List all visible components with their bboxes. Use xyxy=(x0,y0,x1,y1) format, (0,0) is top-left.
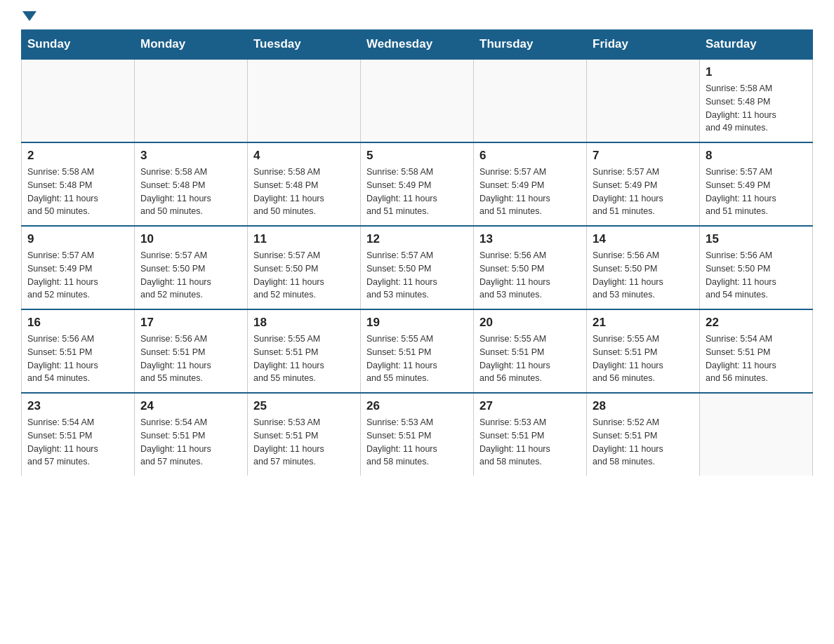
day-info: Sunrise: 5:58 AM Sunset: 5:49 PM Dayligh… xyxy=(366,166,468,218)
day-number: 5 xyxy=(366,149,468,163)
day-number: 11 xyxy=(253,232,355,246)
calendar-cell: 11Sunrise: 5:57 AM Sunset: 5:50 PM Dayli… xyxy=(248,226,361,309)
calendar-cell: 2Sunrise: 5:58 AM Sunset: 5:48 PM Daylig… xyxy=(22,142,135,226)
calendar-cell: 1Sunrise: 5:58 AM Sunset: 5:48 PM Daylig… xyxy=(700,59,813,142)
day-number: 6 xyxy=(479,149,581,163)
calendar-cell: 18Sunrise: 5:55 AM Sunset: 5:51 PM Dayli… xyxy=(248,309,361,393)
calendar-header-row: SundayMondayTuesdayWednesdayThursdayFrid… xyxy=(22,30,813,60)
calendar-cell: 6Sunrise: 5:57 AM Sunset: 5:49 PM Daylig… xyxy=(474,142,587,226)
day-header-friday: Friday xyxy=(587,30,700,60)
day-info: Sunrise: 5:54 AM Sunset: 5:51 PM Dayligh… xyxy=(706,333,807,385)
calendar-table: SundayMondayTuesdayWednesdayThursdayFrid… xyxy=(21,29,813,476)
calendar-cell: 12Sunrise: 5:57 AM Sunset: 5:50 PM Dayli… xyxy=(361,226,474,309)
day-info: Sunrise: 5:57 AM Sunset: 5:50 PM Dayligh… xyxy=(253,249,355,302)
day-number: 23 xyxy=(27,399,128,413)
calendar-week-row: 16Sunrise: 5:56 AM Sunset: 5:51 PM Dayli… xyxy=(22,309,813,393)
day-number: 1 xyxy=(706,65,807,79)
day-info: Sunrise: 5:57 AM Sunset: 5:50 PM Dayligh… xyxy=(366,249,468,302)
calendar-week-row: 2Sunrise: 5:58 AM Sunset: 5:48 PM Daylig… xyxy=(22,142,813,226)
day-info: Sunrise: 5:54 AM Sunset: 5:51 PM Dayligh… xyxy=(140,416,241,469)
day-info: Sunrise: 5:53 AM Sunset: 5:51 PM Dayligh… xyxy=(479,416,581,469)
day-number: 14 xyxy=(593,232,694,246)
day-header-tuesday: Tuesday xyxy=(248,30,361,60)
day-info: Sunrise: 5:55 AM Sunset: 5:51 PM Dayligh… xyxy=(253,333,355,385)
day-info: Sunrise: 5:54 AM Sunset: 5:51 PM Dayligh… xyxy=(27,416,128,469)
day-number: 3 xyxy=(140,149,241,163)
logo-triangle-icon xyxy=(22,11,37,21)
day-info: Sunrise: 5:56 AM Sunset: 5:50 PM Dayligh… xyxy=(593,249,694,302)
day-header-wednesday: Wednesday xyxy=(361,30,474,60)
day-header-saturday: Saturday xyxy=(700,30,813,60)
day-number: 24 xyxy=(140,399,241,413)
calendar-cell: 15Sunrise: 5:56 AM Sunset: 5:50 PM Dayli… xyxy=(700,226,813,309)
calendar-cell: 20Sunrise: 5:55 AM Sunset: 5:51 PM Dayli… xyxy=(474,309,587,393)
day-number: 4 xyxy=(253,149,355,163)
calendar-cell: 28Sunrise: 5:52 AM Sunset: 5:51 PM Dayli… xyxy=(587,393,700,476)
calendar-cell: 13Sunrise: 5:56 AM Sunset: 5:50 PM Dayli… xyxy=(474,226,587,309)
day-number: 12 xyxy=(366,232,468,246)
calendar-cell: 24Sunrise: 5:54 AM Sunset: 5:51 PM Dayli… xyxy=(135,393,248,476)
calendar-week-row: 23Sunrise: 5:54 AM Sunset: 5:51 PM Dayli… xyxy=(22,393,813,476)
calendar-week-row: 1Sunrise: 5:58 AM Sunset: 5:48 PM Daylig… xyxy=(22,59,813,142)
calendar-cell xyxy=(248,59,361,142)
calendar-cell: 27Sunrise: 5:53 AM Sunset: 5:51 PM Dayli… xyxy=(474,393,587,476)
day-number: 8 xyxy=(706,149,807,163)
day-info: Sunrise: 5:56 AM Sunset: 5:51 PM Dayligh… xyxy=(140,333,241,385)
calendar-cell: 8Sunrise: 5:57 AM Sunset: 5:49 PM Daylig… xyxy=(700,142,813,226)
day-info: Sunrise: 5:56 AM Sunset: 5:50 PM Dayligh… xyxy=(479,249,581,302)
day-info: Sunrise: 5:53 AM Sunset: 5:51 PM Dayligh… xyxy=(253,416,355,469)
calendar-cell xyxy=(22,59,135,142)
day-info: Sunrise: 5:58 AM Sunset: 5:48 PM Dayligh… xyxy=(253,166,355,218)
day-info: Sunrise: 5:55 AM Sunset: 5:51 PM Dayligh… xyxy=(366,333,468,385)
day-number: 26 xyxy=(366,399,468,413)
calendar-cell: 23Sunrise: 5:54 AM Sunset: 5:51 PM Dayli… xyxy=(22,393,135,476)
day-number: 27 xyxy=(479,399,581,413)
calendar-cell xyxy=(474,59,587,142)
day-number: 13 xyxy=(479,232,581,246)
calendar-cell: 21Sunrise: 5:55 AM Sunset: 5:51 PM Dayli… xyxy=(587,309,700,393)
calendar-cell: 9Sunrise: 5:57 AM Sunset: 5:49 PM Daylig… xyxy=(22,226,135,309)
day-number: 19 xyxy=(366,316,468,330)
day-info: Sunrise: 5:56 AM Sunset: 5:51 PM Dayligh… xyxy=(27,333,128,385)
day-number: 7 xyxy=(593,149,694,163)
page-header xyxy=(21,14,813,22)
day-info: Sunrise: 5:56 AM Sunset: 5:50 PM Dayligh… xyxy=(706,249,807,302)
logo xyxy=(21,14,37,22)
calendar-cell: 17Sunrise: 5:56 AM Sunset: 5:51 PM Dayli… xyxy=(135,309,248,393)
day-number: 15 xyxy=(706,232,807,246)
day-header-monday: Monday xyxy=(135,30,248,60)
day-info: Sunrise: 5:55 AM Sunset: 5:51 PM Dayligh… xyxy=(593,333,694,385)
day-info: Sunrise: 5:58 AM Sunset: 5:48 PM Dayligh… xyxy=(27,166,128,218)
calendar-cell: 5Sunrise: 5:58 AM Sunset: 5:49 PM Daylig… xyxy=(361,142,474,226)
day-info: Sunrise: 5:58 AM Sunset: 5:48 PM Dayligh… xyxy=(706,82,807,135)
calendar-cell xyxy=(700,393,813,476)
calendar-cell: 4Sunrise: 5:58 AM Sunset: 5:48 PM Daylig… xyxy=(248,142,361,226)
day-number: 21 xyxy=(593,316,694,330)
day-info: Sunrise: 5:57 AM Sunset: 5:49 PM Dayligh… xyxy=(706,166,807,218)
day-info: Sunrise: 5:57 AM Sunset: 5:49 PM Dayligh… xyxy=(593,166,694,218)
calendar-cell: 22Sunrise: 5:54 AM Sunset: 5:51 PM Dayli… xyxy=(700,309,813,393)
day-number: 16 xyxy=(27,316,128,330)
day-number: 20 xyxy=(479,316,581,330)
day-number: 9 xyxy=(27,232,128,246)
day-info: Sunrise: 5:53 AM Sunset: 5:51 PM Dayligh… xyxy=(366,416,468,469)
day-number: 17 xyxy=(140,316,241,330)
day-number: 2 xyxy=(27,149,128,163)
calendar-cell: 7Sunrise: 5:57 AM Sunset: 5:49 PM Daylig… xyxy=(587,142,700,226)
calendar-week-row: 9Sunrise: 5:57 AM Sunset: 5:49 PM Daylig… xyxy=(22,226,813,309)
day-info: Sunrise: 5:52 AM Sunset: 5:51 PM Dayligh… xyxy=(593,416,694,469)
day-info: Sunrise: 5:55 AM Sunset: 5:51 PM Dayligh… xyxy=(479,333,581,385)
calendar-cell xyxy=(361,59,474,142)
day-number: 28 xyxy=(593,399,694,413)
day-number: 18 xyxy=(253,316,355,330)
day-number: 22 xyxy=(706,316,807,330)
calendar-cell: 14Sunrise: 5:56 AM Sunset: 5:50 PM Dayli… xyxy=(587,226,700,309)
day-number: 25 xyxy=(253,399,355,413)
day-number: 10 xyxy=(140,232,241,246)
day-header-sunday: Sunday xyxy=(22,30,135,60)
calendar-cell: 3Sunrise: 5:58 AM Sunset: 5:48 PM Daylig… xyxy=(135,142,248,226)
calendar-cell: 26Sunrise: 5:53 AM Sunset: 5:51 PM Dayli… xyxy=(361,393,474,476)
calendar-cell xyxy=(135,59,248,142)
calendar-cell: 10Sunrise: 5:57 AM Sunset: 5:50 PM Dayli… xyxy=(135,226,248,309)
day-info: Sunrise: 5:57 AM Sunset: 5:50 PM Dayligh… xyxy=(140,249,241,302)
